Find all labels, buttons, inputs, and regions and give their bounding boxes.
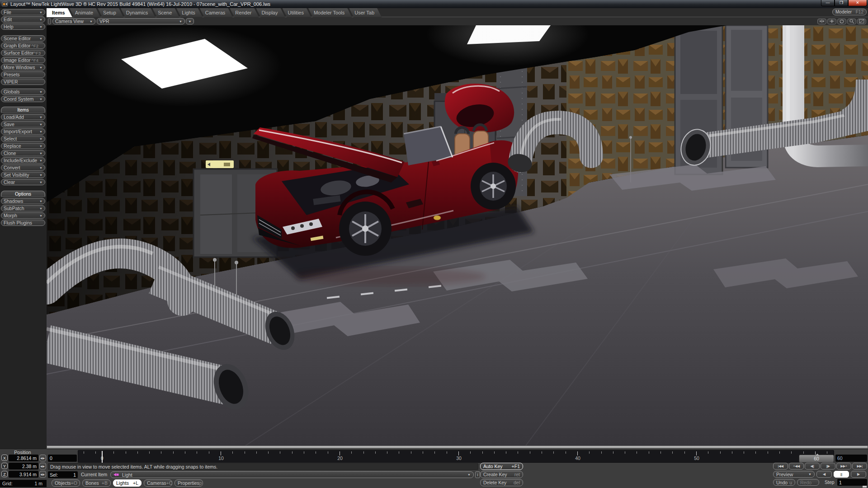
menu-tab[interactable]: Modeler Tools <box>308 8 352 17</box>
sidebar-button[interactable]: Clear ▼ <box>1 179 45 185</box>
timeline-playhead[interactable] <box>102 451 103 463</box>
sidebar-button[interactable]: Coord System ▼ <box>1 96 45 102</box>
sidebar-button[interactable]: VIPER ▼ <box>1 79 45 85</box>
step-field[interactable]: 1 <box>837 479 867 486</box>
resize-handle[interactable] <box>863 486 867 488</box>
menu-tab[interactable]: User Tab <box>349 8 382 17</box>
sidebar-button[interactable]: More Windows ▼ <box>1 64 45 70</box>
menu-tab[interactable]: Utilities <box>283 8 311 17</box>
sidebar-button[interactable]: Edit ▼ <box>1 16 45 23</box>
chevron-down-icon: ▼ <box>39 25 42 28</box>
sidebar-button[interactable]: Load/Add ▼ <box>1 114 45 120</box>
viewport-grip[interactable] <box>48 18 51 24</box>
menu-tab[interactable]: Scene <box>152 8 179 17</box>
sidebar-button[interactable]: Morph ▼ <box>1 212 45 219</box>
modeler-button[interactable]: Modeler F12 <box>832 9 867 15</box>
sidebar-button[interactable]: Flush Plugins ▼ <box>1 220 45 226</box>
preview-dropdown[interactable]: Preview ▼ <box>773 471 815 478</box>
sidebar-button[interactable]: Save ▼ <box>1 121 45 127</box>
y-spinner[interactable]: ◀▶ <box>39 463 46 469</box>
sidebar-button[interactable]: Surface Editor ^F3 ▼ <box>1 50 45 56</box>
menu-tab[interactable]: Animate <box>70 8 100 17</box>
z-axis-chip[interactable]: Z <box>1 471 8 477</box>
y-axis-chip[interactable]: Y <box>1 463 8 469</box>
restore-button[interactable]: ❐ <box>835 0 848 6</box>
transport-button[interactable]: ▶▶+ <box>836 463 851 469</box>
tick-label: 20 <box>334 455 346 461</box>
menu-tab[interactable]: Setup <box>98 8 123 17</box>
current-item-dropdown[interactable]: Light ▼ <box>110 471 474 478</box>
sidebar-button[interactable]: Select ▼ <box>1 136 45 142</box>
sidebar-button[interactable]: Presets ▼ <box>1 71 45 78</box>
end-frame-field[interactable]: 60 <box>835 455 867 462</box>
menu-tab[interactable]: Dynamics <box>121 8 155 17</box>
transport-button[interactable]: ||▶ <box>821 463 835 469</box>
sidebar-button[interactable]: Replace ▼ <box>1 143 45 149</box>
sidebar-button[interactable]: Shadows ▼ <box>1 198 45 204</box>
chevron-down-icon: ▼ <box>39 181 42 184</box>
item-type-button[interactable]: Objects +O <box>52 479 80 487</box>
menu-tab[interactable]: Cameras <box>200 8 233 17</box>
viewport-bottom-scrollbar[interactable] <box>47 446 868 449</box>
item-info-button[interactable]: i <box>475 471 480 478</box>
minimize-button[interactable]: — <box>821 0 835 6</box>
z-spinner[interactable]: ◀▶ <box>39 471 46 478</box>
menu-tab[interactable]: Items <box>47 8 72 17</box>
chevron-down-icon: ▼ <box>86 20 93 23</box>
chevron-down-icon: ▼ <box>39 207 42 210</box>
sidebar-button[interactable]: Import/Export ▼ <box>1 128 45 135</box>
create-key-button[interactable]: Create Key ret <box>480 471 523 478</box>
sidebar-button[interactable]: Image Editor ^F4 ▼ <box>1 57 45 63</box>
y-position-field[interactable]: 2.38 m <box>9 463 38 469</box>
sidebar-button[interactable]: Clone ▼ <box>1 150 45 156</box>
sidebar-button[interactable]: Convert ▼ <box>1 164 45 171</box>
close-button[interactable]: ✕ <box>848 0 867 6</box>
sidebar-button[interactable]: Globals ▼ <box>1 89 45 95</box>
menu-tab[interactable]: Display <box>256 8 285 17</box>
viewport-options-button[interactable]: ▼ <box>186 18 194 24</box>
timeline-ruler[interactable]: 0102030405060 60 <box>78 450 834 463</box>
pan-icon[interactable] <box>827 19 836 24</box>
transport-button[interactable]: +◀◀ <box>789 463 804 469</box>
play-reverse-button[interactable]: ◀ <box>816 471 832 478</box>
menu-tab[interactable]: Lights <box>176 8 202 17</box>
item-type-button[interactable]: Bones +B <box>82 479 111 487</box>
sidebar-button[interactable]: Set Visibility ▼ <box>1 172 45 178</box>
zoom-icon[interactable] <box>847 19 856 24</box>
auto-key-button[interactable]: Auto Key +F1 <box>480 463 523 470</box>
x-axis-chip[interactable]: X <box>1 455 8 461</box>
delete-key-button[interactable]: Delete Key del <box>480 479 523 486</box>
sidebar-button[interactable]: Help ▼ <box>1 23 45 30</box>
play-button[interactable]: ▶ <box>851 471 866 478</box>
viewport-3d-scene[interactable] <box>47 25 868 446</box>
render-mode-dropdown[interactable]: VPR▼ <box>97 18 185 24</box>
sidebar-button[interactable]: SubPatch ▼ <box>1 205 45 211</box>
sidebar-button[interactable]: Scene Editor ▼ <box>1 35 45 42</box>
view-mode-dropdown[interactable]: Camera View▼ <box>52 18 95 24</box>
chevron-down-icon: ▼ <box>39 18 42 21</box>
sidebar-options-header: Options <box>1 191 45 197</box>
current-frame-field[interactable]: 0 <box>48 455 77 462</box>
sidebar-button[interactable]: Graph Editor ^F2 ▼ <box>1 42 45 49</box>
transport-button[interactable]: |◀◀ <box>773 463 788 469</box>
expand-icon[interactable] <box>857 19 866 24</box>
pause-button[interactable]: || <box>834 471 849 478</box>
transport-button[interactable]: ◀|| <box>805 463 820 469</box>
item-type-button[interactable]: Cameras +C <box>144 479 172 487</box>
undo-button[interactable]: Undo u <box>773 479 795 486</box>
menu-tab[interactable]: Render <box>230 8 259 17</box>
item-type-button[interactable]: Properties p <box>175 479 203 487</box>
transport-button[interactable]: ▶▶| <box>852 463 867 469</box>
move-icon[interactable] <box>817 19 826 24</box>
redo-button[interactable]: Redo <box>797 479 819 486</box>
x-position-field[interactable]: 2.8614 m <box>9 455 38 461</box>
item-type-button[interactable]: Lights +L <box>113 479 142 487</box>
z-position-field[interactable]: 3.914 m <box>9 471 38 478</box>
lightwave-layout-window: Layout™ NewTek LightWave 3D ® HC Rev 201… <box>0 0 868 488</box>
sidebar-button[interactable]: File ▼ <box>1 9 45 15</box>
sidebar-button[interactable]: Include/Exclude ▼ <box>1 157 45 164</box>
x-spinner[interactable]: ◀▶ <box>39 455 46 461</box>
sidebar-menu-group: File ▼ Edit ▼ Help ▼ <box>1 9 45 30</box>
timeline-slider-handle[interactable]: 60 <box>799 455 834 463</box>
rotate-icon[interactable] <box>837 19 846 24</box>
